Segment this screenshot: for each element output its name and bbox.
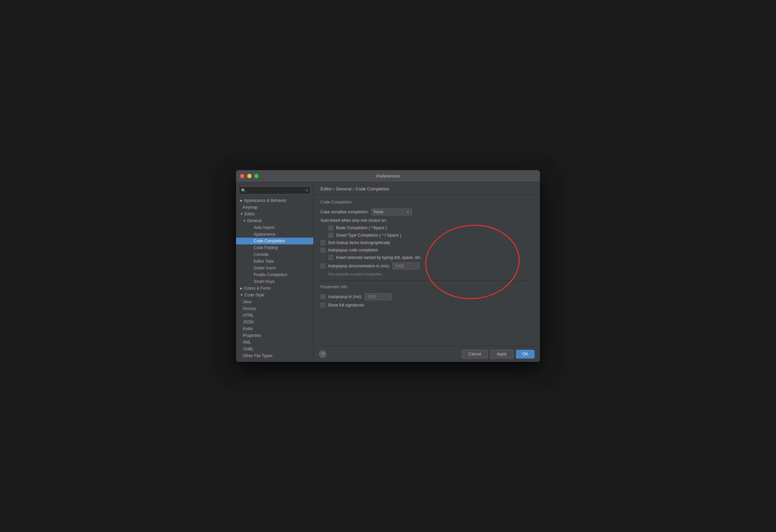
auto-insert-row: Auto-insert when only one choice on: [320,218,533,223]
sidebar-item-label: Code Style [244,293,264,297]
sidebar-item-smart-keys[interactable]: Smart Keys [236,278,313,285]
sidebar-item-label: Editor Tabs [254,259,274,264]
window-controls [240,174,259,178]
collapse-icon: ▼ [240,212,243,216]
main-panel-wrapper: Editor › General › Code Completion Code … [314,182,540,362]
sidebar-item-code-folding[interactable]: Code Folding [236,244,313,251]
sidebar: 🔍 ✕ ▶ Appearance & Behavior Keymap ▼ Edi… [236,182,314,362]
sidebar-item-label: XML [243,340,251,345]
sidebar-item-gutter-icons[interactable]: Gutter Icons [236,265,313,271]
sidebar-item-label: Auto Import [254,225,275,230]
footer-buttons: Cancel Apply OK [462,350,535,358]
sidebar-item-label: Gutter Icons [254,266,276,270]
sort-lookup-checkbox[interactable] [320,240,325,245]
show-full-signatures-label: Show full signatures [328,303,364,308]
help-icon: ? [322,352,324,356]
sidebar-item-editor[interactable]: ▼ Editor [236,211,313,217]
show-full-signatures-checkbox[interactable] [320,303,325,308]
sidebar-item-label: Keymap [243,205,258,210]
collapse-icon: ▶ [240,199,242,202]
autopopup-row: Autopopup code completion [320,248,533,252]
help-button[interactable]: ? [319,350,327,358]
basic-completion-label: Basic Completion ( ^Space ) [336,225,387,230]
sidebar-item-label: Appearance & Behavior [244,198,287,203]
sidebar-item-colors-fonts[interactable]: ▶ Colors & Fonts [236,285,313,292]
autopopup-param-label: Autopopup in (ms): [328,294,362,299]
search-input[interactable] [246,187,305,193]
case-sensitive-label: Case sensitive completion: [320,210,369,214]
smart-type-label: Smart Type Completion ( ^⇧Space ) [336,233,401,238]
sidebar-item-label: Appearance [254,232,276,237]
autopopup-checkbox[interactable] [320,248,325,252]
sidebar-item-label: JSON [243,320,254,324]
basic-completion-checkbox[interactable] [329,225,333,230]
sidebar-item-properties[interactable]: Properties [236,332,313,339]
sidebar-item-postfix-completion[interactable]: Postfix Completion [236,271,313,278]
maximize-button[interactable] [254,174,259,178]
sidebar-item-other-file-types[interactable]: Other File Types [236,352,313,359]
autopopup-doc-checkbox[interactable] [320,264,325,268]
sidebar-item-label: Kotlin [243,326,253,331]
dropdown-arrow-icon: ▼ [406,210,410,214]
minimize-button[interactable] [247,174,252,178]
sidebar-item-auto-import[interactable]: Auto Import [236,224,313,231]
autopopup-doc-sublabel: For explicitly invoked completion [320,272,533,276]
sidebar-item-code-style[interactable]: ▼ Code Style [236,292,313,298]
sidebar-item-label: Code Completion [254,239,285,243]
sidebar-item-json[interactable]: JSON [236,319,313,325]
sidebar-item-label: Java [243,299,251,304]
smart-type-checkbox[interactable] [329,233,333,238]
sidebar-item-label: Console [254,252,268,257]
sidebar-item-html[interactable]: HTML [236,312,313,319]
autopopup-param-row: Autopopup in (ms): [320,293,533,300]
sidebar-item-java[interactable]: Java [236,298,313,305]
sidebar-item-label: Code Folding [254,245,278,250]
autopopup-doc-label: Autopopup documentation in (ms): [328,264,390,268]
basic-completion-row: Basic Completion ( ^Space ) [320,225,533,230]
ok-button[interactable]: OK [516,350,535,358]
case-sensitive-dropdown[interactable]: None ▼ [371,209,412,215]
apply-button[interactable]: Apply [490,350,513,358]
show-full-signatures-row: Show full signatures [320,303,533,308]
sidebar-item-label: Smart Keys [254,279,275,284]
auto-insert-label: Auto-insert when only one choice on: [320,218,387,223]
section-divider [320,280,533,281]
insert-variant-checkbox[interactable] [329,255,333,260]
collapse-icon: ▼ [243,219,246,222]
insert-variant-row: Insert selected variant by typing dot, s… [320,255,533,260]
sidebar-item-label: Properties [243,333,261,338]
autopopup-doc-input[interactable] [392,263,419,269]
sidebar-item-keymap[interactable]: Keymap [236,204,313,211]
sidebar-item-label: Other File Types [243,353,273,358]
sidebar-item-general[interactable]: ▼ General [236,217,313,224]
autopopup-param-checkbox[interactable] [320,294,325,299]
case-sensitive-row: Case sensitive completion: None ▼ [320,209,533,215]
sidebar-item-label: Groovy [243,306,256,311]
sidebar-item-editor-tabs[interactable]: Editor Tabs [236,258,313,265]
sidebar-item-console[interactable]: Console [236,251,313,258]
sidebar-item-kotlin[interactable]: Kotlin [236,325,313,332]
preferences-window: Preferences 🔍 ✕ ▶ Appearance & Behavior … [236,170,540,362]
autopopup-label: Autopopup code completion [328,248,378,252]
content-area: 🔍 ✕ ▶ Appearance & Behavior Keymap ▼ Edi… [236,182,540,362]
collapse-icon: ▼ [240,293,243,297]
sidebar-item-appearance[interactable]: Appearance [236,231,313,238]
sidebar-item-label: YAML [243,347,254,351]
sidebar-item-yaml[interactable]: YAML [236,346,313,352]
sidebar-item-xml[interactable]: XML [236,339,313,346]
title-bar: Preferences [236,170,540,182]
close-button[interactable] [240,174,244,178]
search-icon: 🔍 [241,188,246,193]
autopopup-doc-row: Autopopup documentation in (ms): [320,263,533,269]
sidebar-item-label: Editor [244,212,255,216]
sidebar-item-groovy[interactable]: Groovy [236,305,313,312]
cancel-button[interactable]: Cancel [462,350,487,358]
sidebar-item-label: Colors & Fonts [244,286,270,291]
sidebar-item-appearance-behavior[interactable]: ▶ Appearance & Behavior [236,197,313,204]
sidebar-item-label: General [247,218,262,223]
breadcrumb: Editor › General › Code Completion [314,182,540,194]
autopopup-param-input[interactable] [365,293,392,300]
sidebar-item-code-completion[interactable]: Code Completion [236,238,313,244]
search-box[interactable]: 🔍 ✕ [239,186,311,194]
clear-search-icon[interactable]: ✕ [305,188,308,193]
